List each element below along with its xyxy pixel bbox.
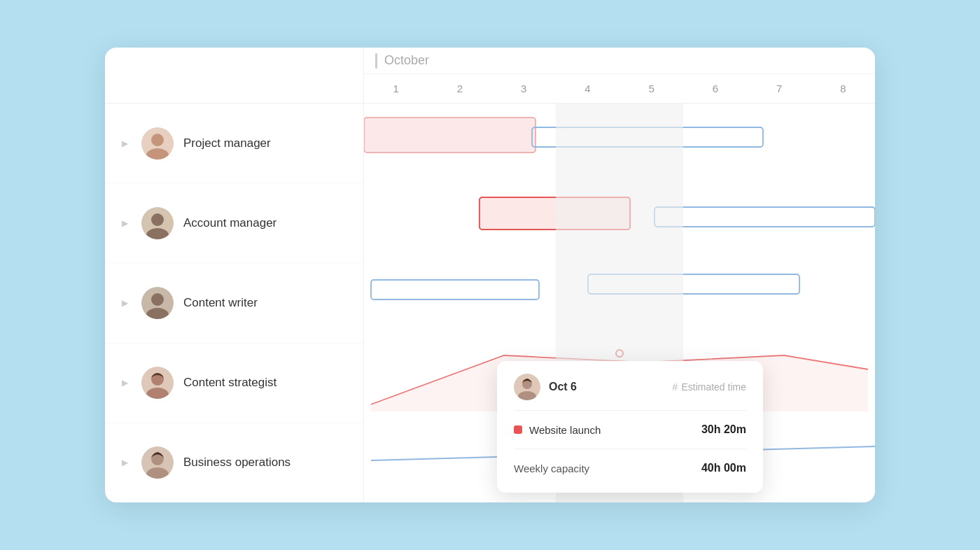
tooltip-row-value-2: 40h 00m <box>701 462 746 474</box>
tooltip-row-label-text-1: Website launch <box>529 424 601 436</box>
person-row-bo[interactable]: ▶ Business operations <box>105 423 363 502</box>
person-name-cs: Content strategist <box>183 376 276 390</box>
avatar-cw <box>141 287 174 319</box>
tooltip-row-1: Website launch 30h 20m <box>514 418 746 442</box>
avatar-cs <box>141 367 174 399</box>
chevron-icon-bo: ▶ <box>122 458 132 467</box>
day-5: 5 <box>620 83 683 94</box>
chevron-icon-cs: ▶ <box>122 378 132 388</box>
hash-icon: # <box>673 381 678 393</box>
avatar-pm <box>141 127 174 160</box>
tooltip-header: Oct 6 # Estimated time <box>514 374 746 400</box>
tooltip-divider-2 <box>514 449 746 449</box>
day-6: 6 <box>683 83 747 94</box>
tooltip-row-plain-label: Weekly capacity <box>514 463 589 474</box>
svg-rect-21 <box>588 274 799 294</box>
day-8: 8 <box>811 83 875 94</box>
chevron-icon-am: ▶ <box>122 218 132 228</box>
svg-point-23 <box>616 350 623 357</box>
month-label-row: October <box>364 48 875 74</box>
person-name-cw: Content writer <box>183 296 258 310</box>
tooltip-row-label-1: Website launch <box>514 424 601 436</box>
tooltip: Oct 6 # Estimated time Website launch 30… <box>497 361 763 493</box>
left-panel: ▶ Project manager ▶ <box>105 104 364 502</box>
day-4: 4 <box>556 83 620 94</box>
day-1: 1 <box>364 83 428 94</box>
person-row-am[interactable]: ▶ Account manager <box>105 183 363 263</box>
chevron-icon-cw: ▶ <box>122 298 132 308</box>
timeline-area: Oct 6 # Estimated time Website launch 30… <box>364 104 875 502</box>
svg-point-7 <box>151 293 164 306</box>
dot-red-icon <box>514 425 522 434</box>
svg-point-1 <box>151 134 164 146</box>
chevron-icon-pm: ▶ <box>122 139 132 148</box>
svg-point-4 <box>151 213 164 226</box>
left-panel-header <box>105 48 364 103</box>
avatar-bo <box>141 446 174 479</box>
tooltip-metric-label: # Estimated time <box>673 381 746 393</box>
svg-rect-20 <box>371 280 539 299</box>
svg-rect-16 <box>532 127 763 147</box>
timeline-header: October 1 2 3 4 5 6 7 8 <box>364 48 875 103</box>
tooltip-metric-text: Estimated time <box>681 381 746 393</box>
header-row: October 1 2 3 4 5 6 7 8 <box>105 48 875 104</box>
person-name-bo: Business operations <box>183 456 290 470</box>
tooltip-avatar <box>514 374 540 400</box>
avatar-am <box>141 207 174 239</box>
person-row-cw[interactable]: ▶ Content writer <box>105 263 363 343</box>
tooltip-divider-1 <box>514 410 746 411</box>
person-row-cs[interactable]: ▶ Content strategist <box>105 344 363 423</box>
day-7: 7 <box>748 83 811 94</box>
month-label: October <box>384 53 429 68</box>
svg-rect-19 <box>654 207 875 227</box>
day-3: 3 <box>492 83 556 94</box>
tooltip-date: Oct 6 <box>549 381 664 393</box>
month-divider <box>375 53 377 69</box>
svg-rect-15 <box>364 118 536 153</box>
day-numbers-row: 1 2 3 4 5 6 7 8 <box>364 74 875 103</box>
svg-rect-18 <box>479 197 630 230</box>
person-row-pm[interactable]: ▶ Project manager <box>105 104 363 183</box>
main-card: October 1 2 3 4 5 6 7 8 ▶ <box>105 48 875 502</box>
tooltip-row-value-1: 30h 20m <box>701 423 746 436</box>
tooltip-row-2: Weekly capacity 40h 00m <box>514 456 746 480</box>
person-name-am: Account manager <box>183 216 276 230</box>
person-name-pm: Project manager <box>183 136 271 150</box>
body-row: ▶ Project manager ▶ <box>105 104 875 502</box>
day-2: 2 <box>428 83 491 94</box>
